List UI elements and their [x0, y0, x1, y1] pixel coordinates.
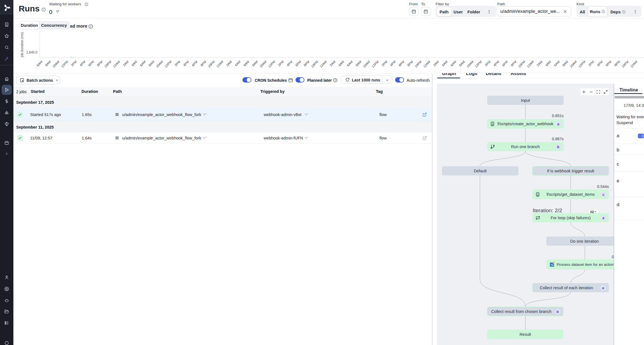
svg-text:TS: TS: [551, 264, 553, 266]
